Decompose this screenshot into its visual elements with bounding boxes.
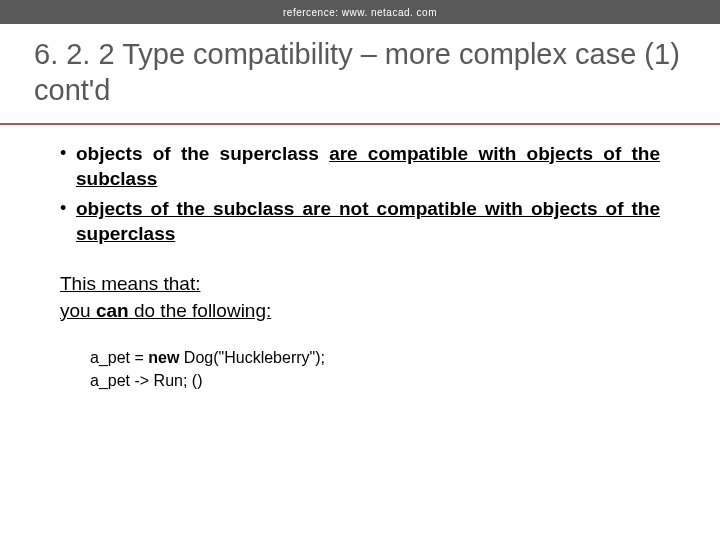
code-block: a_pet = new Dog("Huckleberry"); a_pet ->… bbox=[60, 346, 660, 392]
means-block: This means that: you can do the followin… bbox=[60, 271, 660, 324]
top-reference-bar: refercence: www. netacad. com bbox=[0, 0, 720, 24]
means-line2: you can do the following: bbox=[60, 300, 271, 321]
means-line1: This means that: bbox=[60, 273, 200, 294]
code-line: a_pet -> Run; () bbox=[90, 369, 660, 392]
bullet-underline: objects of the subclass are not compatib… bbox=[76, 198, 660, 245]
bullet-list: objects of the superclass are compatible… bbox=[60, 141, 660, 248]
reference-text: refercence: www. netacad. com bbox=[283, 7, 437, 18]
slide-content: objects of the superclass are compatible… bbox=[0, 125, 720, 393]
slide-title: 6. 2. 2 Type compatibility – more comple… bbox=[0, 24, 720, 117]
code-line: a_pet = new Dog("Huckleberry"); bbox=[90, 346, 660, 369]
bullet-item: objects of the subclass are not compatib… bbox=[60, 196, 660, 247]
bullet-lead: objects of the superclass bbox=[76, 143, 329, 164]
bullet-item: objects of the superclass are compatible… bbox=[60, 141, 660, 192]
